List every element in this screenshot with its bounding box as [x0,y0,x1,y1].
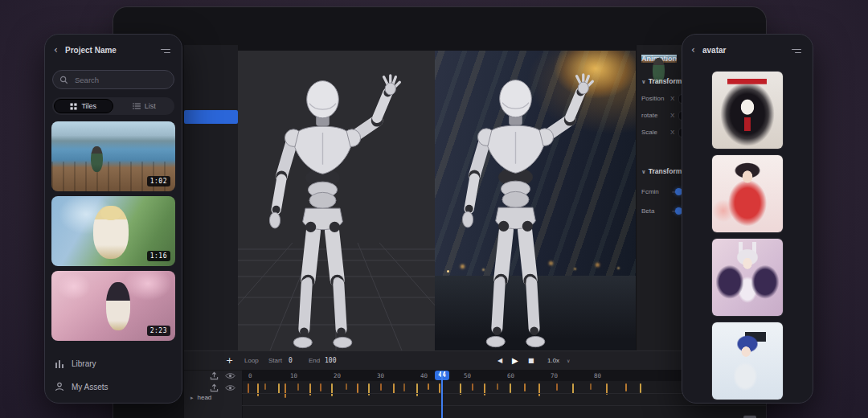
speed-caret-icon: ∨ [567,358,570,363]
keyframe-marker[interactable] [590,383,592,390]
axis-x-label: X [670,95,674,102]
timeline-panel: + Loop Start 0 End 100 ◀ ▶ ■ 1.0x ∨ 0 10… [184,350,766,418]
speed-select[interactable]: 1.0x [547,357,559,364]
keyframe-marker[interactable] [297,383,299,391]
keyframe-marker[interactable] [403,383,405,391]
avatar-panel-title: avatar [702,46,726,55]
grid-icon [70,103,77,110]
search-input[interactable] [73,75,167,85]
keyframe-marker[interactable] [428,383,429,390]
robot-mannequin[interactable] [243,72,403,350]
row-beta: Beta [641,207,654,215]
avatar-thumbnail[interactable] [712,239,783,316]
keyframe-marker[interactable] [439,383,440,393]
play-button[interactable]: ▶ [512,356,518,365]
menu-icon[interactable] [792,47,801,55]
avatar-thumbnail[interactable] [712,72,783,149]
project-panel-title: Project Name [65,46,117,55]
keyframe-marker[interactable] [538,383,540,396]
keyframe-marker[interactable] [380,383,382,391]
eye-icon[interactable] [225,384,235,391]
keyframe-marker[interactable] [556,383,558,391]
stop-button[interactable]: ■ [528,357,534,364]
selected-item-indicator[interactable] [184,110,238,124]
axis-x-label: X [670,112,674,119]
keyframe-marker[interactable] [357,383,358,393]
lane-divider [242,405,766,406]
ruler-tick: 60 [507,372,514,379]
start-label: Start [268,357,282,364]
back-button[interactable]: ‹ [54,43,58,56]
chevron-down-icon: ∨ [641,169,646,175]
loop-toggle[interactable]: Loop [244,357,259,364]
end-value[interactable]: 100 [325,357,336,364]
back-button[interactable]: ‹ [691,43,695,56]
clip-thumbnail[interactable]: 2:23 [51,271,175,341]
keyframe-marker[interactable] [257,383,259,396]
keyframe-marker[interactable] [497,383,498,390]
clip-thumbnail[interactable]: 1:02 [51,121,175,191]
clip-duration-badge: 1:16 [147,251,170,261]
my-assets-item[interactable]: My Assets [55,382,108,391]
track-controls-row [210,371,235,380]
tab-list[interactable]: List [116,99,174,113]
row-fcmin: Fcmin [641,188,659,195]
eye-icon[interactable] [225,372,235,379]
timeline-controls: + Loop Start 0 End 100 ◀ ▶ ■ 1.0x ∨ [184,351,766,371]
reference-video-panel [435,51,636,350]
section-transform-1[interactable]: ∨Transform [641,77,682,85]
keyframe-marker[interactable] [510,383,511,393]
section-transform-2[interactable]: ∨Transform [641,167,682,175]
editor-window: Animation Re ∨Transform Position X rotat… [113,6,767,418]
view-toggle: Tiles List [52,97,174,115]
track-row-head[interactable]: ▸ head [190,394,211,401]
clip-duration-badge: 2:23 [147,326,170,336]
clip-thumbnail[interactable]: 1:16 [51,196,175,266]
keyframe-marker[interactable] [285,383,286,398]
app-background: Animation Re ∨Transform Position X rotat… [0,0,868,418]
ruler-tick: 70 [551,372,558,379]
keyframe-marker[interactable] [346,383,347,390]
ruler-tick: 0 [248,372,252,379]
end-label: End [309,357,320,364]
library-icon [55,359,64,368]
track-name-label: head [198,394,212,401]
ruler-tick: 50 [464,372,471,379]
track-controls-row [210,383,235,392]
tab-tiles[interactable]: Tiles [54,99,113,113]
export-icon[interactable] [210,371,219,380]
ruler-tick: 20 [334,372,341,379]
start-value[interactable]: 0 [289,357,293,364]
playhead[interactable] [441,371,443,418]
keyframe-marker[interactable] [320,383,321,391]
keyframe-marker[interactable] [524,383,526,391]
search-icon [59,76,68,84]
row-scale: Scale X [641,129,657,136]
keyframe-marker[interactable] [248,383,249,393]
caret-right-icon: ▸ [190,395,194,401]
library-item[interactable]: Library [55,359,96,368]
prev-frame-button[interactable]: ◀ [497,357,502,364]
viewport-3d[interactable] [238,51,435,350]
keyframe-marker[interactable] [331,383,333,396]
avatar-thumbnail[interactable] [712,322,783,400]
keyframe-marker[interactable] [416,383,418,396]
ruler-tick: 30 [377,372,384,379]
keyframe-marker[interactable] [625,383,627,391]
ruler-tick: 10 [290,372,297,379]
avatar-thumbnail[interactable] [712,155,783,232]
keyframe-marker[interactable] [264,383,266,390]
project-panel: ‹ Project Name Tiles [44,34,182,404]
keyframe-marker[interactable] [472,383,473,391]
menu-icon[interactable] [161,47,170,55]
keyframe-marker[interactable] [640,383,641,393]
search-box[interactable] [52,70,174,89]
list-icon [133,103,141,109]
add-track-button[interactable]: + [226,355,233,366]
chevron-down-icon: ∨ [641,79,646,85]
export-icon[interactable] [210,383,219,392]
axis-x-label: X [670,129,674,136]
clip-duration-badge: 1:02 [147,176,170,186]
tab-animation[interactable]: Animation [641,55,677,63]
ruler-tick: 80 [594,372,601,379]
